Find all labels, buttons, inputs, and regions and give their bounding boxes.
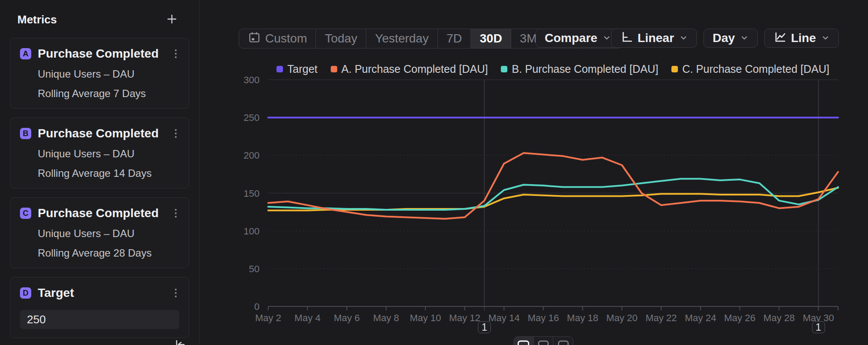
legend-item[interactable]: A. Purchase Completed [DAU] [331, 63, 488, 75]
table-view-button[interactable] [533, 337, 553, 345]
metric-measure: Unique Users – DAU [38, 68, 179, 80]
sidebar: Metrics A Purchase Completed Unique User… [0, 0, 200, 345]
x-tick-label: May 12 [449, 312, 480, 323]
metric-letter-badge: A [20, 48, 31, 59]
y-tick-label: 300 [243, 75, 260, 85]
chevron-down-icon [821, 31, 830, 45]
tab-today[interactable]: Today [316, 29, 366, 48]
metrics-header: Metrics [0, 13, 199, 26]
granularity-label: Day [713, 31, 735, 45]
metric-card-head: B Purchase Completed [20, 127, 179, 140]
legend-label: C. Purchase Completed [DAU] [682, 63, 829, 75]
x-tick-label: May 6 [334, 312, 360, 323]
tab-yesterday[interactable]: Yesterday [366, 29, 437, 48]
y-tick-label: 250 [243, 112, 260, 123]
legend-swatch [501, 66, 507, 72]
metric-title: Purchase Completed [38, 206, 172, 220]
legend-item[interactable]: B. Purchase Completed [DAU] [501, 63, 658, 75]
tab-custom[interactable]: Custom [239, 29, 316, 48]
compare-button[interactable]: Compare [536, 29, 620, 48]
x-tick-label: May 24 [685, 312, 716, 323]
x-tick-label: May 4 [295, 312, 321, 323]
card-view-button[interactable] [553, 337, 573, 345]
metric-card-c[interactable]: C Purchase Completed Unique Users – DAU … [10, 197, 189, 268]
collapse-sidebar-button[interactable] [174, 338, 186, 345]
legend-item[interactable]: C. Purchase Completed [DAU] [671, 63, 829, 75]
legend-item[interactable]: Target [276, 63, 317, 75]
tab-label: 30D [480, 32, 502, 46]
annotation-badge[interactable]: 1 [478, 321, 491, 333]
axis-icon [620, 30, 633, 46]
tab-30d[interactable]: 30D [470, 29, 510, 48]
x-tick-label: May 14 [488, 312, 519, 323]
chart-type-label: Line [791, 31, 816, 45]
kebab-menu-icon[interactable] [172, 287, 179, 299]
series-line [268, 188, 838, 210]
tab-label: 3M [520, 32, 537, 46]
chart-controls: Linear Day Line [611, 29, 839, 48]
kebab-menu-icon[interactable] [172, 207, 179, 219]
chart-legend: TargetA. Purchase Completed [DAU]B. Purc… [268, 63, 838, 75]
metric-letter-badge: B [20, 128, 31, 139]
chart-view-button[interactable] [514, 337, 533, 345]
scale-selector[interactable]: Linear [611, 29, 697, 48]
analytics-app: Metrics A Purchase Completed Unique User… [0, 0, 868, 345]
chevron-down-icon [679, 31, 688, 45]
metric-card-a[interactable]: A Purchase Completed Unique Users – DAU … [10, 38, 189, 109]
series-line [268, 153, 838, 219]
metric-title: Purchase Completed [38, 47, 172, 61]
metric-card-b[interactable]: B Purchase Completed Unique Users – DAU … [10, 117, 189, 189]
add-metric-button[interactable] [166, 13, 178, 26]
tab-label: Custom [265, 32, 307, 46]
table-view-icon [537, 340, 550, 345]
plus-icon [166, 13, 178, 26]
target-card-head: D Target [20, 286, 179, 300]
compare-label: Compare [545, 31, 597, 45]
tab-label: Today [325, 32, 357, 46]
metric-transform: Rolling Average 14 Days [38, 167, 179, 179]
tab-label: 7D [447, 32, 462, 46]
metric-card-head: A Purchase Completed [20, 47, 179, 61]
metric-letter-badge: C [20, 208, 31, 219]
calendar-icon [248, 31, 261, 47]
x-tick-label: May 18 [567, 312, 598, 323]
chart-type-selector[interactable]: Line [764, 29, 839, 48]
legend-label: A. Purchase Completed [DAU] [342, 63, 488, 75]
view-toggle [513, 336, 573, 345]
x-tick-label: May 22 [645, 312, 677, 323]
y-tick-label: 100 [243, 226, 260, 237]
target-card[interactable]: D Target [10, 277, 189, 338]
x-tick-label: May 2 [255, 312, 281, 323]
metric-transform: Rolling Average 28 Days [38, 247, 179, 259]
tab-7d[interactable]: 7D [437, 29, 471, 48]
metric-measure: Unique Users – DAU [38, 228, 179, 240]
x-tick-label: May 10 [410, 312, 441, 323]
chevron-down-icon [740, 31, 749, 45]
metric-measure: Unique Users – DAU [38, 148, 179, 160]
y-tick-label: 50 [249, 264, 260, 274]
metrics-title: Metrics [17, 13, 57, 26]
x-tick-label: May 8 [373, 312, 399, 323]
legend-swatch [276, 66, 283, 72]
x-tick-label: May 28 [763, 312, 795, 323]
metric-transform: Rolling Average 7 Days [38, 88, 179, 100]
granularity-selector[interactable]: Day [704, 29, 758, 48]
kebab-menu-icon[interactable] [172, 127, 179, 140]
y-tick-label: 150 [243, 188, 260, 199]
x-tick-label: May 20 [606, 312, 638, 323]
legend-label: B. Purchase Completed [DAU] [512, 63, 658, 75]
metric-card-head: C Purchase Completed [20, 206, 179, 220]
kebab-menu-icon[interactable] [172, 48, 179, 60]
metric-letter-badge: D [20, 287, 31, 299]
target-title: Target [38, 286, 172, 300]
target-value-input[interactable] [20, 310, 179, 329]
x-tick-label: May 26 [724, 312, 756, 323]
y-tick-label: 0 [254, 301, 260, 312]
line-chart-plot: May 2May 4May 6May 8May 10May 12May 14Ma… [200, 0, 868, 345]
line-chart-icon [773, 30, 786, 46]
legend-swatch [331, 66, 337, 72]
annotation-badge[interactable]: 1 [812, 321, 825, 333]
chevron-down-icon [602, 31, 611, 45]
legend-label: Target [287, 63, 317, 75]
x-tick-label: May 16 [528, 312, 559, 323]
